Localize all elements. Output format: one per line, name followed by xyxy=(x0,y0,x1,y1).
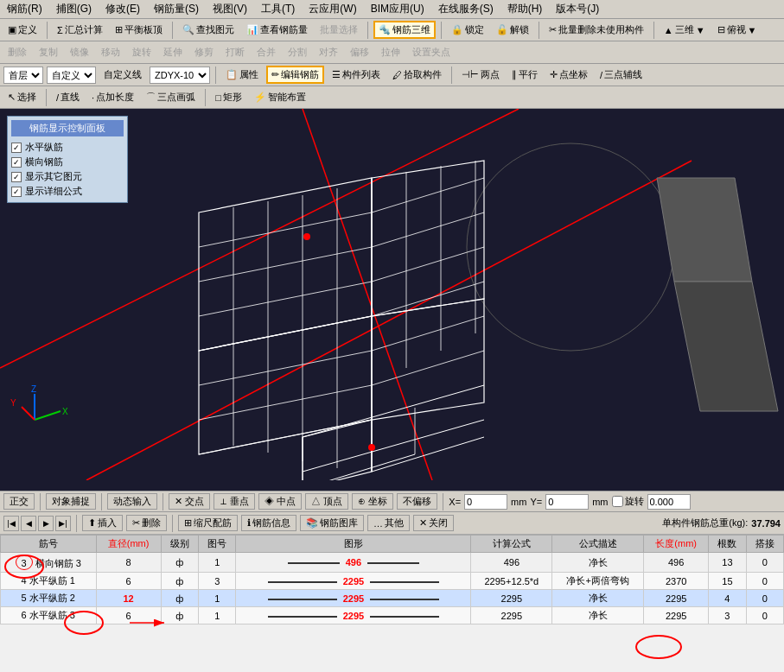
sep xyxy=(40,493,41,510)
canvas-area[interactable]: 钢筋显示控制面板 ✓ 水平纵筋 ✓ 横向钢筋 ✓ 显示其它图元 ✓ 显示详细公式 xyxy=(0,109,784,491)
btn-calculate[interactable]: Σ 汇总计算 xyxy=(53,22,107,38)
btn-3d-rebar[interactable]: 🔩 钢筋三维 xyxy=(373,21,436,39)
cb-detail-formula[interactable]: ✓ xyxy=(11,187,22,197)
menu-cloud[interactable]: 云应用(W) xyxy=(305,1,360,17)
cp-item-0[interactable]: ✓ 水平纵筋 xyxy=(11,140,124,155)
toolbar-1: ▣ 定义 Σ 汇总计算 ⊞ 平衡板顶 🔍 查找图元 📊 查看钢筋量 批量选择 🔩… xyxy=(0,19,784,41)
btn-rebar-lib[interactable]: 📚 钢筋图库 xyxy=(300,515,364,531)
btn-two-points[interactable]: ⊣⊢ 两点 xyxy=(457,67,504,83)
table-row[interactable]: 6 水平纵筋 3 6 ф 1 2295 2295 净长 2295 3 xyxy=(1,607,784,624)
btn-trim[interactable]: 修剪 xyxy=(190,44,218,60)
btn-find[interactable]: 🔍 查找图元 xyxy=(178,22,239,38)
btn-other[interactable]: … 其他 xyxy=(367,515,410,531)
btn-three-arc[interactable]: ⌒ 三点画弧 xyxy=(142,89,200,105)
cb-transverse-rebar[interactable]: ✓ xyxy=(11,157,22,168)
btn-vertex[interactable]: △ 顶点 xyxy=(305,493,348,510)
btn-merge[interactable]: 合并 xyxy=(252,44,280,60)
btn-rotate[interactable]: 旋转 xyxy=(128,44,156,60)
btn-pick-component[interactable]: 🖊 拾取构件 xyxy=(388,67,446,83)
btn-stretch[interactable]: 拉伸 xyxy=(377,44,405,60)
zdyx-select[interactable]: ZDYX-10 xyxy=(150,67,210,84)
btn-close[interactable]: ✕ 关闭 xyxy=(413,515,454,531)
td-id-1: 4 水平纵筋 1 xyxy=(1,573,97,590)
rotate-checkbox[interactable] xyxy=(612,496,623,507)
menu-view[interactable]: 视图(V) xyxy=(209,1,251,17)
btn-rebar-info[interactable]: ℹ 钢筋信息 xyxy=(241,515,296,531)
cp-item-3[interactable]: ✓ 显示详细公式 xyxy=(11,184,124,199)
y-input[interactable] xyxy=(545,494,589,510)
menu-rebar[interactable]: 钢筋(R) xyxy=(3,1,46,17)
btn-batch-select[interactable]: 批量选择 xyxy=(316,22,362,38)
menu-modify[interactable]: 修改(E) xyxy=(102,1,143,17)
btn-midpoint[interactable]: ◈ 中点 xyxy=(258,493,302,510)
btn-define[interactable]: ▣ 定义 xyxy=(3,22,41,38)
btn-coord[interactable]: ⊕ 坐标 xyxy=(352,493,393,510)
btn-prev[interactable]: ◀ xyxy=(21,516,36,531)
btn-dynamic-input[interactable]: 动态输入 xyxy=(107,493,157,510)
btn-mirror[interactable]: 镜像 xyxy=(66,44,93,60)
sep xyxy=(76,515,77,532)
angle-input[interactable] xyxy=(647,494,691,510)
btn-insert[interactable]: ⬆ 插入 xyxy=(82,515,123,531)
btn-smart-place[interactable]: ⚡ 智能布置 xyxy=(250,89,310,105)
btn-point-coord[interactable]: ✛ 点坐标 xyxy=(545,67,592,83)
layer-select[interactable]: 首层 xyxy=(3,67,43,84)
btn-batch-delete[interactable]: ✂ 批量删除未使用构件 xyxy=(545,22,648,38)
btn-line[interactable]: / 直线 xyxy=(52,89,84,105)
menu-online[interactable]: 在线服务(S) xyxy=(435,1,497,17)
btn-three-aux[interactable]: / 三点辅线 xyxy=(596,67,647,83)
cp-item-1[interactable]: ✓ 横向钢筋 xyxy=(11,155,124,169)
btn-scale-rebar[interactable]: ⊞ 缩尺配筋 xyxy=(178,515,238,531)
menu-version[interactable]: 版本号(J) xyxy=(552,1,602,17)
btn-del-row[interactable]: ✂ 删除 xyxy=(126,515,167,531)
btn-set-grip[interactable]: 设置夹点 xyxy=(408,44,455,60)
td-splice-3: 0 xyxy=(746,607,783,624)
btn-last[interactable]: ▶| xyxy=(55,516,71,531)
btn-copy[interactable]: 复制 xyxy=(35,44,62,60)
btn-lock[interactable]: 🔒 锁定 xyxy=(447,22,488,38)
menu-tools[interactable]: 工具(T) xyxy=(258,1,298,17)
btn-first[interactable]: |◀ xyxy=(3,516,19,531)
btn-break[interactable]: 打断 xyxy=(221,44,249,60)
btn-parallel[interactable]: ∥ 平行 xyxy=(507,67,542,83)
cb-other-elements[interactable]: ✓ xyxy=(11,172,22,182)
btn-3d[interactable]: ▲ 三维 ▼ xyxy=(660,22,710,38)
btn-object-snap[interactable]: 对象捕捉 xyxy=(46,493,96,510)
btn-offset[interactable]: 偏移 xyxy=(346,44,373,60)
btn-nomove[interactable]: 不偏移 xyxy=(397,493,437,510)
cb-horizontal-rebar[interactable]: ✓ xyxy=(11,143,22,153)
td-count-0: 13 xyxy=(709,553,746,573)
x-input[interactable] xyxy=(464,494,507,510)
menu-qty[interactable]: 钢筋量(S) xyxy=(150,1,202,17)
table-row[interactable]: 4 水平纵筋 1 6 ф 3 2295 2295+12.5*d 净长+两倍弯钩 … xyxy=(1,573,784,590)
status-bar: 正交 对象捕捉 动态输入 ✕ 交点 ⊥ 垂点 ◈ 中点 △ 顶点 ⊕ 坐标 不偏… xyxy=(0,491,784,511)
btn-view-qty[interactable]: 📊 查看钢筋量 xyxy=(242,22,312,38)
menu-help[interactable]: 帮助(H) xyxy=(504,1,546,17)
btn-intersect[interactable]: ✕ 交点 xyxy=(169,493,210,510)
btn-perpendicular[interactable]: ⊥ 垂点 xyxy=(214,493,255,510)
cp-item-2[interactable]: ✓ 显示其它图元 xyxy=(11,169,124,184)
btn-move[interactable]: 移动 xyxy=(97,44,124,60)
btn-unlock[interactable]: 🔓 解锁 xyxy=(492,22,533,38)
menu-capture[interactable]: 捕图(G) xyxy=(53,1,95,17)
btn-split[interactable]: 分割 xyxy=(284,44,311,60)
btn-ortho[interactable]: 正交 xyxy=(3,493,35,510)
btn-balance[interactable]: ⊞ 平衡板顶 xyxy=(111,22,167,38)
menu-bim[interactable]: BIM应用(U) xyxy=(367,1,428,17)
define-select[interactable]: 自定义 xyxy=(47,67,96,84)
btn-point-length[interactable]: · 点加长度 xyxy=(87,89,138,105)
btn-next[interactable]: ▶ xyxy=(38,516,54,531)
btn-top-view[interactable]: ⊟ 俯视 ▼ xyxy=(713,22,762,38)
btn-delete[interactable]: 删除 xyxy=(3,44,31,60)
table-row[interactable]: 5 水平纵筋 2 12 ф 1 2295 2295 净长 2295 4 xyxy=(1,590,784,607)
table-row[interactable]: 3 横向钢筋 3 8 ф 1 496 496 净长 496 xyxy=(1,553,784,573)
btn-edit-rebar[interactable]: ✏ 编辑钢筋 xyxy=(266,66,324,84)
btn-property[interactable]: 📋 属性 xyxy=(221,67,263,83)
btn-rect[interactable]: □ 矩形 xyxy=(211,89,246,105)
btn-component-list[interactable]: ☰ 构件列表 xyxy=(328,67,385,83)
svg-text:X: X xyxy=(62,407,68,416)
btn-extend[interactable]: 延伸 xyxy=(159,44,187,60)
btn-align[interactable]: 对齐 xyxy=(315,44,342,60)
btn-select[interactable]: ↖ 选择 xyxy=(3,89,41,105)
td-grade-0: ф xyxy=(161,553,198,573)
